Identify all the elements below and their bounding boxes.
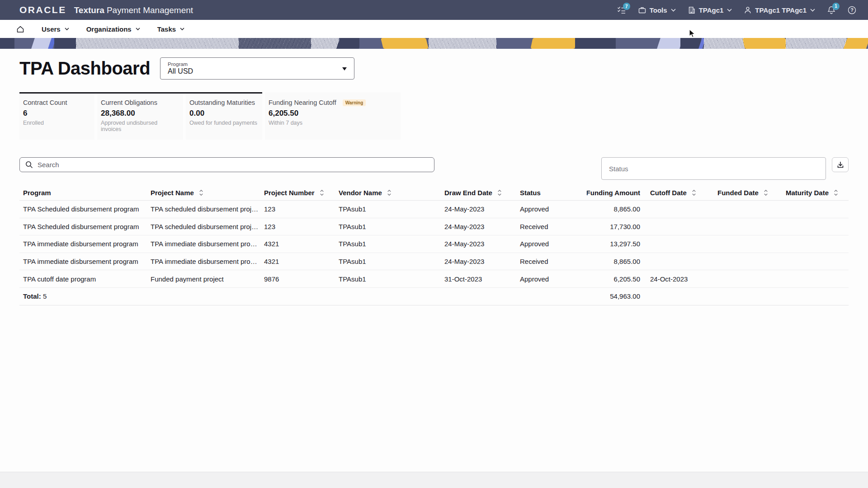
tasks-count-badge: 7 xyxy=(623,3,630,10)
footer-bar xyxy=(0,472,868,488)
column-header-label: Program xyxy=(23,189,51,197)
total-count-value: 5 xyxy=(43,292,47,300)
user-label: TPAgc1 TPAgc1 xyxy=(755,6,807,14)
cell-draw_end_date: 24-May-2023 xyxy=(441,223,516,230)
company-label: TPAgc1 xyxy=(699,6,724,14)
status-filter-input[interactable] xyxy=(609,165,818,173)
home-icon xyxy=(16,25,24,33)
search-input[interactable] xyxy=(38,161,429,169)
column-header-project_number[interactable]: Project Number xyxy=(260,189,335,197)
nav-item-tasks[interactable]: Tasks xyxy=(157,25,184,33)
cell-draw_end_date: 24-May-2023 xyxy=(441,205,516,213)
stat-card-current-obligations: Current Obligations 28,368.00 Approved u… xyxy=(97,92,183,140)
table-row: TPA Scheduled disbursement programTPA sc… xyxy=(19,218,849,236)
column-header-label: Funded Date xyxy=(717,189,759,197)
cell-draw_end_date: 24-May-2023 xyxy=(441,240,516,248)
cell-project_name: Funded payment project xyxy=(147,275,260,283)
product-title-bold: Textura xyxy=(74,5,104,15)
tools-label: Tools xyxy=(650,6,667,14)
decorative-banner xyxy=(0,38,868,49)
cell-funding_amount: 8,865.00 xyxy=(587,205,640,213)
program-filter-select[interactable]: Program All USD xyxy=(160,57,354,80)
top-header-bar: ORACLE TexturaPayment Management 7 Tools xyxy=(0,0,868,20)
tools-menu[interactable]: Tools xyxy=(638,6,676,14)
page-title: TPA Dashboard xyxy=(19,57,150,80)
cell-vendor_name: TPAsub1 xyxy=(335,275,441,283)
svg-text:?: ? xyxy=(850,7,854,13)
column-header-label: Maturity Date xyxy=(786,189,829,197)
column-header-label: Draw End Date xyxy=(444,189,492,197)
stat-sublabel: Owed for funded payments xyxy=(189,120,258,126)
search-icon xyxy=(25,161,33,169)
table-row: TPA immediate disbursement programTPA im… xyxy=(19,253,849,271)
task-list-button[interactable]: 7 xyxy=(617,6,626,14)
cell-funding_amount: 8,865.00 xyxy=(587,258,640,265)
person-icon xyxy=(744,6,751,14)
column-header-draw_end_date[interactable]: Draw End Date xyxy=(441,189,516,197)
cell-status: Approved xyxy=(516,275,587,283)
chevron-down-icon xyxy=(810,9,815,12)
cell-program: TPA immediate disbursement program xyxy=(19,258,147,265)
table-header-row: ProgramProject NameProject NumberVendor … xyxy=(19,185,849,201)
stat-value: 6 xyxy=(23,109,90,118)
column-header-maturity_date[interactable]: Maturity Date xyxy=(782,189,849,197)
cell-project_name: TPA immediate disbursement pro… xyxy=(147,258,260,265)
home-button[interactable] xyxy=(16,25,24,33)
total-funding-amount: 54,963.00 xyxy=(587,292,640,300)
table-row: TPA cutoff date programFunded payment pr… xyxy=(19,270,849,288)
cell-program: TPA cutoff date program xyxy=(19,275,147,283)
product-title-rest: Payment Management xyxy=(107,5,193,15)
dropdown-caret-icon xyxy=(342,67,347,70)
cell-vendor_name: TPAsub1 xyxy=(335,240,441,248)
cell-vendor_name: TPAsub1 xyxy=(335,223,441,230)
cell-vendor_name: TPAsub1 xyxy=(335,258,441,265)
nav-item-users[interactable]: Users xyxy=(42,25,69,33)
cell-cutoff_date: 24-Oct-2023 xyxy=(640,275,714,283)
nav-users-label: Users xyxy=(42,25,61,33)
cell-status: Received xyxy=(516,223,587,230)
cell-project_number: 4321 xyxy=(260,258,335,265)
cell-program: TPA Scheduled disbursement program xyxy=(19,205,147,213)
column-header-cutoff_date[interactable]: Cutoff Date xyxy=(640,189,714,197)
sort-icon xyxy=(691,189,697,196)
briefcase-icon xyxy=(638,6,646,14)
cell-project_name: TPA immediate disbursement pro… xyxy=(147,240,260,248)
warning-badge: Warning xyxy=(343,99,366,106)
company-menu[interactable]: TPAgc1 xyxy=(688,6,732,14)
chevron-down-icon xyxy=(65,28,69,30)
cell-status: Received xyxy=(516,258,587,265)
user-menu[interactable]: TPAgc1 TPAgc1 xyxy=(744,6,815,14)
column-header-label: Project Name xyxy=(151,189,194,197)
total-count: Total: 5 xyxy=(19,292,147,300)
help-icon: ? xyxy=(848,6,856,14)
column-header-status: Status xyxy=(516,189,587,197)
cell-project_number: 123 xyxy=(260,223,335,230)
sort-icon xyxy=(387,189,392,196)
search-field[interactable] xyxy=(19,157,434,172)
stat-sublabel: Within 7 days xyxy=(269,120,396,126)
column-header-label: Project Number xyxy=(264,189,315,197)
download-button[interactable] xyxy=(832,157,849,172)
notifications-button[interactable]: 1 xyxy=(827,6,835,14)
nav-item-organizations[interactable]: Organizations xyxy=(86,25,140,33)
help-button[interactable]: ? xyxy=(848,6,856,14)
column-header-vendor_name[interactable]: Vendor Name xyxy=(335,189,441,197)
sort-icon xyxy=(497,189,502,196)
column-header-program: Program xyxy=(19,189,147,197)
sort-icon xyxy=(763,189,769,196)
cell-draw_end_date: 24-May-2023 xyxy=(441,258,516,265)
cell-draw_end_date: 31-Oct-2023 xyxy=(441,275,516,283)
program-filter-label: Program xyxy=(168,61,193,67)
column-header-funded_date[interactable]: Funded Date xyxy=(714,189,782,197)
stat-value: 0.00 xyxy=(189,109,258,118)
oracle-logo: ORACLE xyxy=(19,5,66,15)
stat-card-outstanding-maturities: Outstanding Maturities 0.00 Owed for fun… xyxy=(186,92,262,140)
status-filter-field[interactable] xyxy=(601,157,826,180)
chevron-down-icon xyxy=(136,28,140,30)
cell-vendor_name: TPAsub1 xyxy=(335,205,441,213)
stat-card-contract-count: Contract Count 6 Enrolled xyxy=(19,92,94,140)
nav-tasks-label: Tasks xyxy=(157,25,176,33)
column-header-project_name[interactable]: Project Name xyxy=(147,189,260,197)
cell-project_number: 4321 xyxy=(260,240,335,248)
total-label: Total: xyxy=(23,292,41,300)
